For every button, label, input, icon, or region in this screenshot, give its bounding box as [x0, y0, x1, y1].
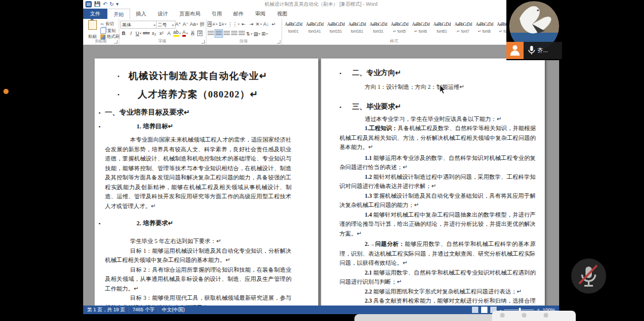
tab-insert[interactable]: 插入	[130, 9, 152, 19]
style-font141[interactable]: AaBbCcDdfont141	[305, 20, 325, 38]
strikethrough-button[interactable]: abc	[142, 29, 150, 37]
word-count[interactable]: 7465 个字	[132, 307, 154, 314]
align-center-button[interactable]	[214, 29, 223, 38]
participant-view-button[interactable]	[506, 42, 524, 59]
print-layout-button[interactable]	[481, 307, 487, 313]
asian-layout-icon: ✕	[256, 21, 260, 27]
numbered-list-button[interactable]: 1≡▾	[218, 20, 227, 28]
bullet-list-button[interactable]: ⋮≡▾	[207, 20, 218, 28]
italic-icon: I	[130, 30, 131, 36]
tab-mailings[interactable]: 邮件	[228, 9, 249, 19]
dropdown-arrow-icon: ▾	[196, 22, 198, 26]
style-preview: AaBbCcDd	[411, 21, 430, 29]
style-preview: AaBbCcDd	[454, 21, 473, 29]
list-bullet: •	[99, 220, 100, 228]
doc-paragraph: •二、专业方向↵	[339, 68, 536, 78]
doc-paragraph: 2.3 具备文献资料检索能力，能够对文献进行分析和归纳，选择合理的解决方案，并将…	[339, 296, 536, 306]
style-label: font61	[432, 29, 451, 34]
style-preview: AaBbCcDd	[326, 21, 345, 29]
ribbon-tabs: 文件开始插入设计页面布局引用邮件审阅视图	[83, 9, 559, 19]
language-indicator[interactable]: 中文(中国)	[162, 307, 185, 314]
bold-button[interactable]: B	[120, 29, 127, 37]
distribute-button[interactable]	[238, 30, 245, 37]
font-dialog-launcher[interactable]	[201, 40, 205, 44]
style-font6[interactable]: AaBbCcDd↵ font6	[411, 20, 431, 38]
phonetic-guide-icon: 拼	[200, 21, 205, 27]
tab-review[interactable]: 审阅	[249, 9, 271, 19]
text-highlight-button[interactable]: ab▾	[173, 29, 181, 37]
read-mode-button[interactable]	[472, 307, 478, 313]
decrease-indent-button[interactable]: ⇤	[240, 20, 247, 28]
font-size-combo[interactable]: 二号▾	[156, 21, 175, 29]
style-font5[interactable]: AaBbCcDd↵ font5	[389, 20, 409, 38]
list-bullet: •	[339, 102, 341, 112]
tab-design[interactable]: 设计	[152, 9, 174, 19]
tab-home[interactable]: 开始	[107, 9, 130, 19]
text-effects-icon: A	[167, 30, 171, 36]
multilevel-list-button[interactable]: ⋮⋮▾	[227, 20, 240, 28]
shrink-font-button[interactable]: A⁻	[182, 20, 189, 28]
tab-layout[interactable]: 页面布局	[174, 9, 206, 19]
character-shading-button[interactable]: A	[189, 29, 196, 37]
paste-button[interactable]: 粘贴	[85, 20, 99, 38]
borders-button[interactable]: ⊞▾	[261, 30, 268, 37]
asian-layout-button[interactable]: ✕▾	[255, 20, 262, 28]
superscript-button[interactable]: x²	[158, 29, 165, 37]
text-effects-button[interactable]: A	[165, 29, 173, 37]
style-font151[interactable]: AaBbCcDdfont151	[326, 20, 346, 38]
dropdown-arrow-icon: ▾	[251, 32, 252, 36]
style-font31[interactable]: AaBbCcDdfont31	[368, 20, 388, 38]
dropdown-arrow-icon: ▾	[260, 22, 262, 26]
font-group-label: 字体	[119, 38, 206, 44]
cut-button[interactable]: ✂ 剪切	[100, 21, 114, 27]
tab-references[interactable]: 引用	[206, 9, 228, 19]
doc-paragraph: 目标 3：能够使用现代工具，获取机械领域最新研究进展，参与相关企业的设备运营维护…	[105, 293, 291, 306]
change-case-button[interactable]: Aa▾	[189, 20, 198, 28]
zoom-slider[interactable]	[504, 310, 534, 310]
line-spacing-button[interactable]: ⇅▾	[245, 30, 253, 37]
tab-view[interactable]: 视图	[271, 9, 293, 19]
enclose-characters-icon: 字	[197, 30, 202, 36]
style-font61[interactable]: AaBbCcDdfont61	[432, 20, 452, 38]
copy-button[interactable]: 复制	[100, 28, 116, 34]
participant-mic-icon	[528, 46, 535, 55]
tab-file[interactable]: 文件	[83, 9, 107, 19]
align-justify-button[interactable]	[231, 30, 238, 37]
font-color-button[interactable]: A▾	[181, 29, 189, 37]
style-font161[interactable]: AaBbCcDdfont161	[347, 20, 367, 38]
underline-button[interactable]: U▾	[135, 29, 142, 37]
strikethrough-icon: abc	[143, 30, 150, 36]
increase-indent-button[interactable]: ⇥	[247, 20, 255, 28]
microphone-muted-button[interactable]	[571, 259, 606, 293]
meeting-controls-edge[interactable]	[492, 311, 576, 321]
align-left-button[interactable]	[207, 30, 214, 37]
phonetic-guide-button[interactable]: 拼	[198, 20, 206, 28]
document-page-1[interactable]: •机械设计制造及其自动化专业↵•人才培养方案（080202）↵•一、专业培养目标…	[95, 58, 318, 306]
style-font01[interactable]: AaBbCcDdfont01	[283, 20, 303, 38]
font-family-combo[interactable]: 黑体▾	[120, 21, 157, 29]
sort-button[interactable]: A↓	[262, 20, 270, 28]
enclose-characters-button[interactable]: 字	[196, 29, 204, 37]
subscript-button[interactable]: x₂	[150, 29, 158, 37]
show-paragraph-marks-button[interactable]: ↵	[270, 20, 277, 28]
style-label: ↵ font8	[475, 29, 494, 34]
page-indicator[interactable]: 第 1 页，共 19 页	[87, 307, 125, 314]
document-page-2[interactable]: •二、专业方向↵方向 1：设计制造；方向 2：智能运维↵•三、毕业要求↵通过本专…	[321, 58, 545, 306]
shading-button[interactable]: ▨▾	[253, 30, 261, 37]
paragraph-dialog-launcher[interactable]	[277, 40, 280, 44]
align-right-button[interactable]	[223, 30, 231, 37]
increase-indent-icon: ⇥	[249, 21, 253, 27]
borders-icon: ⊞	[261, 31, 266, 37]
clipboard-dialog-launcher[interactable]	[114, 40, 118, 44]
style-font8[interactable]: AaBbCcDd↵ font8	[474, 20, 494, 38]
align-justify-icon	[231, 31, 237, 36]
style-font7[interactable]: AaBbCcDd↵ font7	[453, 20, 473, 38]
document-canvas[interactable]: •机械设计制造及其自动化专业↵•人才培养方案（080202）↵•一、专业培养目标…	[83, 45, 559, 306]
align-center-icon	[216, 31, 222, 36]
list-bullet: •	[99, 108, 100, 118]
dropdown-arrow-icon: ▾	[179, 32, 181, 35]
italic-button[interactable]: I	[127, 29, 135, 37]
grow-font-button[interactable]: A⁺	[174, 20, 182, 28]
change-case-icon: Aa	[190, 21, 196, 27]
ribbon: 粘贴 ✂ 剪切 复制 格式刷 剪贴板	[83, 19, 559, 45]
